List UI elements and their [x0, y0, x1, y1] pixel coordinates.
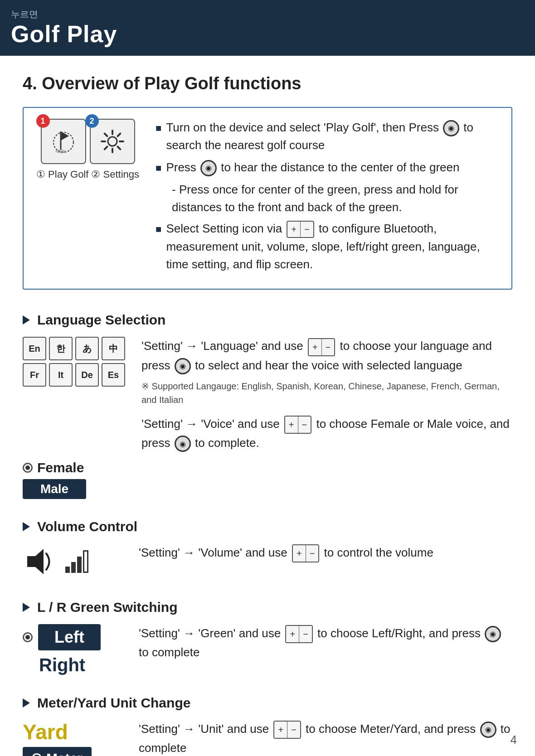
unit-left: Yard Meter [23, 720, 122, 756]
svg-line-12 [104, 147, 107, 150]
bullet-3: ■ Select Setting icon via +− to configur… [156, 220, 499, 273]
male-btn: Male [23, 479, 86, 499]
lang-it: It [49, 363, 73, 387]
header-subtitle: 누르면 [11, 8, 524, 20]
sub-bullet-1: Press once for center of the green, pres… [172, 181, 499, 216]
triangle-icon-lang [23, 315, 30, 325]
triangle-icon-vol [23, 522, 30, 531]
plus-minus-1: +− [287, 221, 314, 238]
language-title: Language Selection [23, 312, 512, 328]
female-label: Female [37, 460, 84, 475]
volume-right: 'Setting' → 'Volume' and use +− to contr… [139, 543, 512, 562]
bullet-icon-2: ■ [156, 160, 161, 176]
overview-box: 1 2 [23, 107, 512, 290]
triangle-icon-lr [23, 603, 30, 612]
device-images: 1 2 [41, 119, 135, 164]
lr-options: Left Right [23, 624, 101, 675]
svg-marker-13 [27, 549, 44, 574]
lang-fr: Fr [23, 363, 46, 387]
badge-1: 1 [36, 114, 50, 128]
speaker-icon [23, 543, 63, 580]
left-label: Left [38, 624, 101, 650]
unit-title: Meter/Yard Unit Change [23, 695, 512, 711]
language-right: 'Setting' → 'Language' and use +− to cho… [141, 337, 512, 452]
meter-btn: Meter [23, 747, 92, 756]
settings-device: 2 [90, 119, 135, 164]
meter-radio [32, 753, 42, 756]
lang-ja: あ [75, 337, 99, 360]
yard-label: Yard [23, 720, 68, 744]
left-radio [23, 632, 33, 642]
ok-btn-2: ◉ [200, 160, 217, 176]
voice-options: Female Male [23, 460, 86, 499]
play-golf-device: 1 [41, 119, 86, 164]
lang-ko: 한 [49, 337, 73, 360]
svg-point-4 [108, 137, 117, 146]
content: 4. Overview of Play Golf functions 1 [0, 56, 535, 756]
plus-minus-unit: +− [273, 721, 301, 739]
volume-section: Volume Control [23, 519, 512, 580]
language-section: Language Selection En 한 あ 中 Fr It De Es … [23, 312, 512, 499]
bullet-2: ■ Press ◉ to hear the distance to the ce… [156, 159, 499, 176]
plus-minus-lr: +− [285, 625, 312, 643]
bar-3 [77, 557, 82, 573]
plus-minus-vol: +− [292, 544, 319, 562]
svg-line-11 [117, 134, 120, 136]
bar-1 [65, 567, 70, 573]
lang-zh: 中 [102, 337, 125, 360]
language-content: En 한 あ 中 Fr It De Es 'Setting' → 'Langua… [23, 337, 512, 452]
unit-content: Yard Meter 'Setting' → 'Unit' and use +−… [23, 720, 512, 756]
section-heading: 4. Overview of Play Golf functions [23, 74, 512, 93]
lang-en: En [23, 337, 46, 360]
overview-text: ■ Turn on the device and select 'Play Go… [156, 119, 499, 278]
overview-images: 1 2 [36, 119, 139, 278]
triangle-icon-unit [23, 698, 30, 708]
ok-btn-voice: ◉ [175, 436, 191, 452]
ok-btn-lr: ◉ [485, 626, 501, 642]
volume-left [23, 543, 122, 580]
gear-icon [100, 129, 125, 154]
left-radio-dot [25, 635, 30, 640]
svg-line-10 [117, 147, 120, 150]
plus-minus-voice: +− [284, 416, 311, 434]
page-number: 4 [511, 733, 517, 747]
badge-2: 2 [85, 114, 99, 128]
ok-btn-1: ◉ [443, 120, 459, 136]
lr-left: Left Right [23, 624, 122, 675]
golf-icon [52, 128, 75, 155]
language-note: ※ Supported Langauge: English, Spanish, … [141, 379, 512, 407]
svg-line-9 [104, 134, 107, 136]
voice-options-row: Female Male [23, 460, 512, 499]
ok-btn-unit: ◉ [480, 722, 496, 738]
volume-icon [23, 543, 88, 580]
left-row: Left [23, 624, 101, 650]
bullet-1: ■ Turn on the device and select 'Play Go… [156, 119, 499, 154]
unit-section: Meter/Yard Unit Change Yard Meter 'Setti… [23, 695, 512, 756]
header: 누르면 Golf Play [0, 0, 535, 56]
volume-bars [65, 550, 88, 573]
bullet-icon-3: ■ [156, 222, 161, 273]
female-radio-dot [25, 465, 30, 470]
image-label: ① Play Golf ② Settings [36, 169, 139, 180]
language-left: En 한 あ 中 Fr It De Es [23, 337, 125, 390]
lang-de: De [75, 363, 99, 387]
lang-es: Es [102, 363, 125, 387]
bar-2 [71, 562, 76, 573]
lr-section: L / R Green Switching Left Right 'Settin… [23, 600, 512, 675]
plus-minus-lang: +− [308, 338, 335, 356]
bullet-icon-1: ■ [156, 121, 161, 154]
header-title: Golf Play [11, 20, 524, 48]
unit-right: 'Setting' → 'Unit' and use +− to choose … [139, 720, 512, 756]
volume-title: Volume Control [23, 519, 512, 534]
female-radio [23, 463, 33, 473]
bar-4 [83, 550, 88, 573]
volume-content: 'Setting' → 'Volume' and use +− to contr… [23, 543, 512, 580]
female-option: Female [23, 460, 86, 475]
lr-right: 'Setting' → 'Green' and use +− to choose… [139, 624, 512, 662]
right-label: Right [39, 655, 101, 675]
lr-title: L / R Green Switching [23, 600, 512, 615]
lr-content: Left Right 'Setting' → 'Green' and use +… [23, 624, 512, 675]
ok-btn-lang: ◉ [175, 358, 191, 374]
language-grid: En 한 あ 中 Fr It De Es [23, 337, 125, 387]
